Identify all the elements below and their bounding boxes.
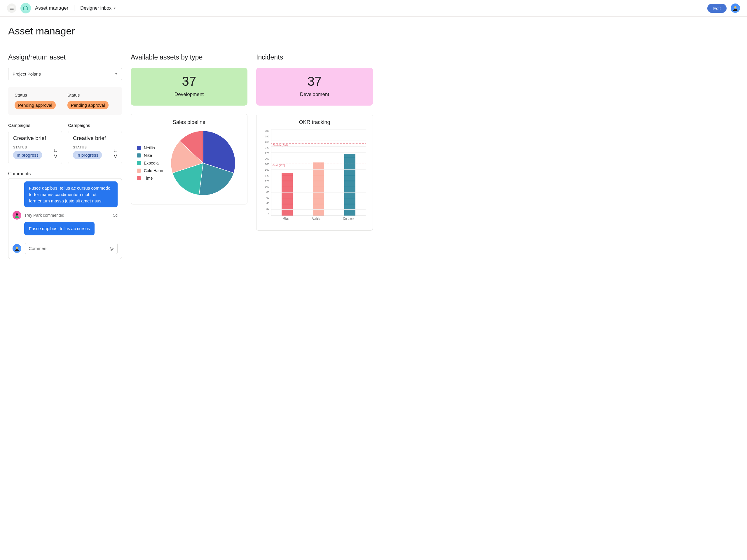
x-axis-labels: MissAt riskOn track: [271, 217, 366, 223]
stat-card-incidents: 37 Development: [256, 68, 373, 106]
divider: [74, 5, 74, 11]
edit-button[interactable]: Edit: [707, 4, 727, 13]
comment-body: Fusce dapibus, tellus ac cursus: [24, 222, 95, 235]
pie-legend: Netflix Nike Expedia Cole Haan Time: [137, 143, 163, 183]
mention-icon[interactable]: @: [109, 246, 114, 251]
app-icon: [20, 3, 31, 14]
card-col2-label: L.: [114, 149, 117, 152]
comment: Trey Park commented 5d Fusce dapibus, te…: [12, 211, 118, 235]
comments-box: Fusce dapibus, tellus ac cursus commodo,…: [8, 178, 122, 259]
pie-chart: [170, 130, 237, 196]
incidents-heading: Incidents: [256, 53, 373, 61]
bar: [313, 162, 324, 216]
comment-placeholder: Comment: [29, 246, 48, 251]
bar: [344, 154, 355, 216]
stat-value: 37: [131, 74, 248, 89]
swatch-icon: [137, 168, 141, 173]
y-axis-labels: 3002802602402202001801601401201008060402…: [262, 130, 269, 216]
comment-time: 5d: [113, 213, 118, 218]
status-label: Status: [15, 92, 56, 98]
chart-title: Sales pipeline: [137, 119, 241, 126]
bar-plot: Stretch (240)Goal (170): [271, 130, 366, 216]
chart-title: OKR tracking: [262, 119, 367, 126]
stat-label: Development: [256, 91, 373, 98]
card-title: Creative brief: [13, 135, 57, 141]
campaigns-column: Campaigns Creative brief STATUS In progr…: [68, 123, 122, 164]
legend-item: Time: [137, 176, 163, 181]
swatch-icon: [137, 176, 141, 180]
hamburger-icon: [10, 6, 14, 10]
comments-heading: Comments: [8, 171, 122, 177]
legend-item: Expedia: [137, 161, 163, 165]
status-block: Status Pending approval: [15, 92, 56, 109]
assign-heading: Assign/return asset: [8, 53, 122, 61]
sales-pipeline-card: Sales pipeline Netflix Nike Expedia Cole…: [131, 114, 248, 205]
campaigns-label: Campaigns: [68, 123, 122, 128]
bar: [282, 173, 293, 216]
commenter-avatar: [12, 211, 21, 220]
swatch-icon: [137, 146, 141, 150]
card-status-label: STATUS: [13, 145, 42, 149]
divider: [12, 239, 118, 239]
legend-item: Cole Haan: [137, 168, 163, 173]
campaigns-label: Campaigns: [8, 123, 62, 128]
comment-input[interactable]: Comment @: [25, 243, 118, 254]
card-status-badge: In progress: [13, 151, 42, 159]
topbar: Asset manager Designer inbox ▼ Edit: [0, 0, 747, 17]
chevron-down-icon: ▼: [113, 7, 116, 10]
available-heading: Available assets by type: [131, 53, 248, 61]
status-panel: Status Pending approval Status Pending a…: [8, 87, 122, 115]
available-section: Available assets by type 37 Development …: [131, 53, 248, 259]
reference-line: Goal (170): [272, 164, 366, 167]
legend-item: Nike: [137, 153, 163, 158]
card-status-badge: In progress: [73, 151, 102, 159]
stat-card-available: 37 Development: [131, 68, 248, 106]
card-col2-label: L.: [54, 149, 57, 152]
card-col2-value: V: [114, 154, 117, 159]
card-title: Creative brief: [73, 135, 117, 141]
menu-button[interactable]: [7, 3, 16, 13]
page-title: Asset manager: [8, 17, 739, 44]
current-user-avatar: [12, 244, 21, 253]
svg-rect-0: [24, 7, 28, 10]
secondary-dropdown[interactable]: Designer inbox ▼: [80, 5, 116, 11]
comment: Fusce dapibus, tellus ac cursus commodo,…: [12, 181, 118, 207]
swatch-icon: [137, 153, 141, 158]
stat-value: 37: [256, 74, 373, 89]
campaign-card[interactable]: Creative brief STATUS In progress L. V: [68, 131, 122, 164]
user-avatar[interactable]: [731, 3, 740, 13]
reference-line: Stretch (240): [272, 143, 366, 147]
comment-body: Fusce dapibus, tellus ac cursus commodo,…: [24, 181, 118, 207]
status-label: Status: [68, 92, 108, 98]
svg-point-3: [16, 246, 18, 248]
app-name: Asset manager: [35, 5, 68, 11]
status-badge: Pending approval: [68, 101, 108, 109]
stat-label: Development: [131, 91, 248, 98]
legend-item: Netflix: [137, 145, 163, 150]
card-col2-value: V: [54, 154, 57, 159]
secondary-label: Designer inbox: [80, 5, 111, 11]
chevron-down-icon: ▼: [115, 72, 118, 76]
card-status-label: STATUS: [73, 145, 102, 149]
campaign-card[interactable]: Creative brief STATUS In progress L. V: [8, 131, 62, 164]
status-block: Status Pending approval: [68, 92, 108, 109]
campaigns-column: Campaigns Creative brief STATUS In progr…: [8, 123, 62, 164]
svg-point-1: [734, 6, 736, 8]
incidents-section: Incidents 37 Development OKR tracking 30…: [256, 53, 373, 259]
okr-tracking-card: OKR tracking 300280260240220200180160140…: [256, 114, 373, 231]
assign-section: Assign/return asset Project Polaris ▼ St…: [8, 53, 122, 259]
comment-author: Trey Park commented: [24, 213, 64, 218]
status-badge: Pending approval: [15, 101, 56, 109]
project-select-value: Project Polaris: [12, 72, 41, 76]
project-select[interactable]: Project Polaris ▼: [8, 68, 122, 80]
svg-point-2: [16, 213, 18, 216]
swatch-icon: [137, 161, 141, 165]
